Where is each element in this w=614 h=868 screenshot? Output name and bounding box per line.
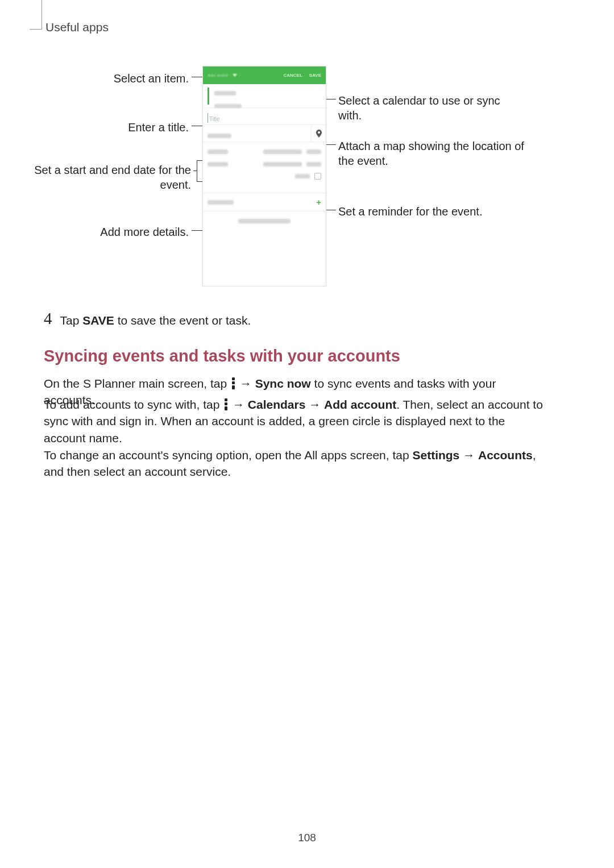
title-input[interactable]: Title — [203, 108, 326, 125]
callout-add-more: Add more details. — [60, 225, 189, 239]
running-header: Useful apps — [45, 20, 109, 34]
page-number: 108 — [0, 832, 614, 844]
phone-screenshot: Add event CANCEL SAVE Title — [202, 66, 326, 286]
paragraph-3: To change an account's syncing option, o… — [44, 447, 545, 480]
more-options-icon — [225, 398, 227, 412]
reminder-row[interactable]: + — [203, 193, 326, 211]
more-options-icon — [232, 377, 235, 391]
page-corner-mark — [30, 0, 42, 30]
paragraph-2: To add accounts to sync with, tap → Cale… — [44, 396, 545, 446]
dropdown-icon — [233, 74, 237, 77]
annotated-figure: Select an item. Enter a title. Set a sta… — [0, 66, 614, 293]
map-button[interactable] — [311, 125, 326, 142]
all-day-toggle[interactable] — [208, 171, 321, 182]
section-heading: Syncing events and tasks with your accou… — [44, 347, 400, 366]
callout-set-reminder: Set a reminder for the event. — [338, 204, 526, 219]
callout-select-item: Select an item. — [60, 71, 189, 86]
location-pin-icon — [316, 130, 322, 138]
callout-attach-map: Attach a map showing the location of the… — [338, 139, 526, 168]
location-input[interactable] — [203, 125, 326, 142]
step-number: 4 — [44, 309, 52, 328]
add-reminder-plus-icon[interactable]: + — [316, 197, 321, 207]
step-4: 4 Tap SAVE to save the event or task. — [44, 313, 251, 328]
calendar-selector[interactable] — [203, 84, 326, 108]
step-text: Tap SAVE to save the event or task. — [60, 313, 251, 327]
view-more-options[interactable] — [203, 211, 326, 231]
start-date-row[interactable] — [208, 146, 321, 158]
callout-enter-title: Enter a title. — [60, 120, 189, 135]
cancel-button[interactable]: CANCEL — [283, 73, 302, 78]
save-button[interactable]: SAVE — [309, 73, 321, 78]
callout-set-dates: Set a start and end date for the event. — [26, 163, 191, 192]
date-block — [203, 142, 326, 193]
callout-select-calendar: Select a calendar to use or sync with. — [338, 93, 526, 123]
checkbox-icon — [314, 173, 321, 180]
phone-topbar: Add event CANCEL SAVE — [203, 67, 326, 84]
end-date-row[interactable] — [208, 158, 321, 171]
